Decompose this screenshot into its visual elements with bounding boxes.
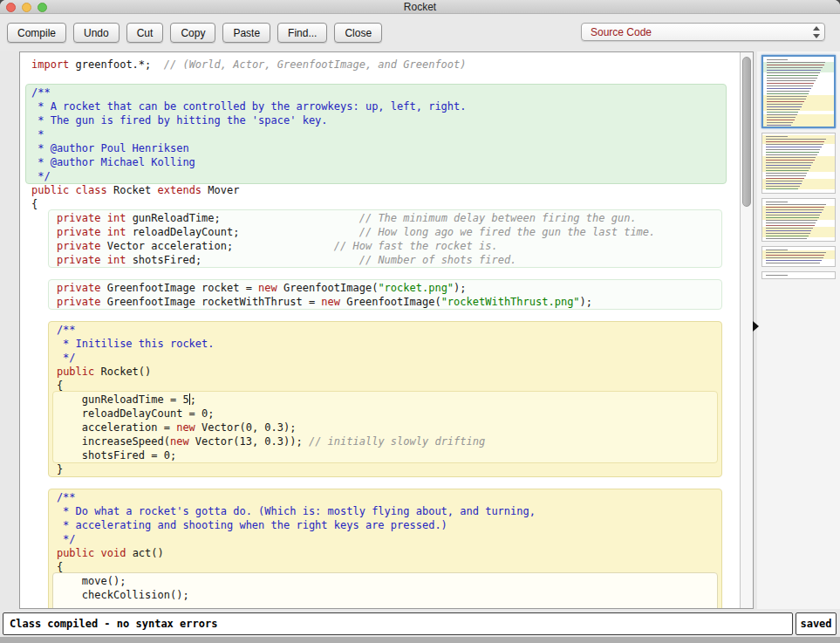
code-line: * @author Michael Kolling xyxy=(31,155,740,169)
code-line: { xyxy=(31,197,740,211)
code-line: private int reloadDelayCount; // How lon… xyxy=(31,225,740,239)
code-line: private Vector acceleration; // How fast… xyxy=(31,239,740,253)
view-selector-dropdown[interactable]: Source Code xyxy=(581,23,825,41)
code-line: public void act() xyxy=(31,546,740,560)
code-line: * The gun is fired by hitting the 'space… xyxy=(31,113,740,127)
code-line: acceleration = new Vector(0, 0.3); xyxy=(31,421,740,434)
editor-scrollbar[interactable] xyxy=(740,52,753,608)
editor-window: Rocket CompileUndoCutCopyPasteFind...Clo… xyxy=(0,0,840,643)
code-line: import greenfoot.*; // (World, Actor, Gr… xyxy=(31,58,740,72)
code-line: shotsFired = 0; xyxy=(31,448,740,462)
code-line: private int gunReloadTime; // The minimu… xyxy=(31,211,740,225)
code-lines: import greenfoot.*; // (World, Actor, Gr… xyxy=(20,52,740,602)
code-line: public Rocket() xyxy=(31,365,740,379)
chevron-up-down-icon xyxy=(812,26,821,38)
code-line: /** xyxy=(31,323,740,337)
code-minimap[interactable] xyxy=(757,51,840,609)
minimap-page[interactable] xyxy=(761,271,836,279)
code-line: gunReloadTime = 5; xyxy=(31,393,740,407)
code-line: reloadDelayCount = 0; xyxy=(31,407,740,421)
code-line: { xyxy=(31,379,740,393)
window-title: Rocket xyxy=(0,1,840,13)
minimap-toggle-arrow-icon[interactable] xyxy=(753,321,759,332)
code-line: private int shotsFired; // Number of sho… xyxy=(31,253,740,267)
code-line: /** xyxy=(31,490,740,504)
code-line: private GreenfootImage rocket = new Gree… xyxy=(31,281,740,295)
code-line: move(); xyxy=(31,574,740,588)
title-bar: Rocket xyxy=(0,0,840,14)
compile-button[interactable]: Compile xyxy=(7,23,66,43)
code-line: checkCollision(); xyxy=(31,588,740,602)
code-line: * A rocket that can be controlled by the… xyxy=(31,99,740,113)
code-line xyxy=(31,309,740,323)
saved-indicator: saved xyxy=(796,612,837,635)
toolbar: CompileUndoCutCopyPasteFind...Close Sour… xyxy=(0,15,840,51)
minimap-pages xyxy=(761,55,836,284)
code-line: */ xyxy=(31,351,740,365)
editor-viewport[interactable]: import greenfoot.*; // (World, Actor, Gr… xyxy=(20,52,740,608)
toolbar-buttons: CompileUndoCutCopyPasteFind...Close xyxy=(7,23,382,43)
status-bar: Class compiled - no syntax errors saved xyxy=(0,611,840,637)
code-line: /** xyxy=(31,86,740,99)
undo-button[interactable]: Undo xyxy=(73,23,120,43)
code-line: * accelerating and shooting when the rig… xyxy=(31,518,740,532)
code-line: * @author Poul Henriksen xyxy=(31,141,740,155)
code-line xyxy=(31,476,740,490)
view-selector-value: Source Code xyxy=(591,26,652,38)
code-line: * xyxy=(31,127,740,141)
code-line xyxy=(31,267,740,281)
code-line: */ xyxy=(31,169,740,183)
code-line xyxy=(31,72,740,86)
code-line: * Initilise this rocket. xyxy=(31,337,740,351)
paste-button[interactable]: Paste xyxy=(222,23,270,43)
status-message: Class compiled - no syntax errors xyxy=(3,612,793,635)
minimap-page[interactable] xyxy=(761,133,836,194)
minimap-page[interactable] xyxy=(761,246,836,267)
find-button[interactable]: Find... xyxy=(277,23,327,43)
code-line: } xyxy=(31,462,740,476)
cut-button[interactable]: Cut xyxy=(126,23,164,43)
scrollbar-thumb[interactable] xyxy=(742,57,751,207)
minimap-page[interactable] xyxy=(761,198,836,242)
close-button[interactable]: Close xyxy=(334,23,382,43)
copy-button[interactable]: Copy xyxy=(170,23,215,43)
window-bottom-edge xyxy=(0,637,840,643)
code-line: increaseSpeed(new Vector(13, 0.3)); // i… xyxy=(31,434,740,448)
code-line: public class Rocket extends Mover xyxy=(31,183,740,197)
code-line: */ xyxy=(31,532,740,546)
code-line: { xyxy=(31,560,740,574)
minimap-viewport[interactable] xyxy=(761,55,836,128)
code-editor[interactable]: import greenfoot.*; // (World, Actor, Gr… xyxy=(19,51,754,609)
code-line: private GreenfootImage rocketWithThrust … xyxy=(31,295,740,309)
code-line: * Do what a rocket's gotta do. (Which is… xyxy=(31,504,740,518)
